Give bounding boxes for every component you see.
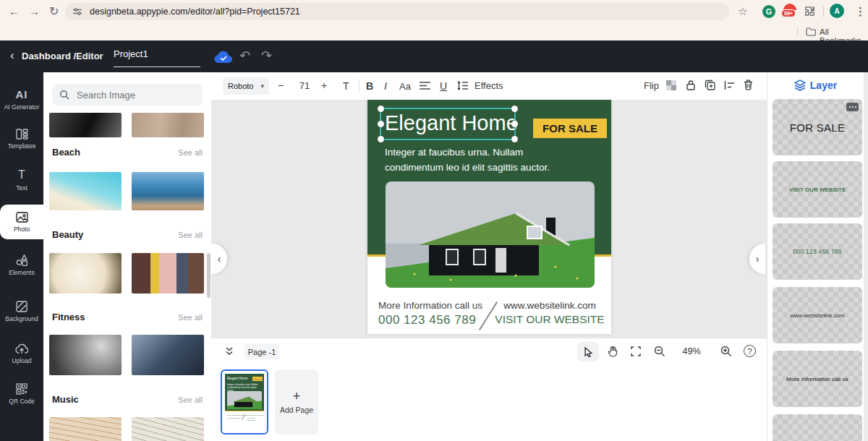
flyer-artboard[interactable]: Elegant Home FOR SALE Integer at faucibu…: [367, 100, 611, 334]
photo-thumb-beauty[interactable]: [132, 253, 204, 294]
effects-button[interactable]: Effects: [475, 80, 503, 91]
flyer-website-text[interactable]: www.websitelink.com: [496, 300, 603, 311]
extension-badge[interactable]: 99+: [781, 9, 796, 17]
font-size-decrease-button[interactable]: −: [278, 80, 284, 91]
see-all-fitness[interactable]: See all: [178, 313, 203, 322]
selection-handle[interactable]: [378, 106, 384, 112]
browser-menu-icon[interactable]: ⋮: [855, 5, 866, 18]
photo-thumb-music[interactable]: [49, 417, 122, 441]
page-label[interactable]: Page -1: [244, 344, 279, 359]
select-tool-button[interactable]: [577, 342, 599, 361]
pan-tool-button[interactable]: [608, 346, 618, 357]
flyer-body-text[interactable]: Integer at faucibus urna. Nullam condime…: [385, 145, 550, 175]
transparency-button[interactable]: [666, 80, 676, 90]
selection-box[interactable]: [380, 108, 516, 140]
position-button[interactable]: [724, 81, 734, 90]
font-size-increase-button[interactable]: +: [321, 80, 327, 91]
zoom-out-button[interactable]: [654, 346, 665, 357]
duplicate-button[interactable]: [705, 80, 715, 90]
bookmarks-bar: All Bookmarks: [0, 23, 868, 40]
flyer-for-sale-badge[interactable]: FOR SALE: [533, 119, 607, 138]
see-all-music[interactable]: See all: [178, 395, 203, 404]
zoom-level-value[interactable]: 49%: [678, 346, 705, 356]
font-size-value[interactable]: 71: [292, 80, 317, 91]
photo-thumb-fitness[interactable]: [132, 335, 204, 375]
sidebar-item-upload[interactable]: Upload: [0, 338, 43, 369]
project-name-input[interactable]: Project1: [114, 48, 200, 67]
sidebar-item-ai-generator[interactable]: AI AI Generator: [0, 81, 43, 117]
page-thumbnail-preview: Elegant Home FOR SALE Integer at faucibu…: [225, 374, 264, 430]
layer-item-info[interactable]: More Information call us: [773, 351, 862, 407]
lock-button[interactable]: [686, 80, 696, 90]
underline-button[interactable]: U: [440, 80, 447, 92]
redo-icon[interactable]: ↷: [261, 48, 272, 63]
browser-toolbar: ← → ↻ designbeta.appypie.com/editor/all?…: [0, 0, 868, 23]
selection-handle[interactable]: [511, 136, 518, 142]
line-spacing-button[interactable]: [457, 81, 468, 90]
layer-item-website[interactable]: www.websitelink.com: [773, 287, 862, 343]
selection-handle[interactable]: [378, 136, 384, 142]
sidebar-item-templates[interactable]: Templates: [0, 123, 43, 155]
page-thumbnail-1[interactable]: Elegant Home FOR SALE Integer at faucibu…: [221, 369, 268, 434]
italic-button[interactable]: I: [384, 80, 387, 92]
browser-reload-icon[interactable]: ↻: [49, 5, 59, 18]
layer-item-phone[interactable]: 000 123 456 789: [773, 223, 862, 280]
see-all-beauty[interactable]: See all: [178, 231, 203, 239]
selection-handle[interactable]: [511, 121, 518, 127]
zoom-in-button[interactable]: [720, 346, 732, 357]
photo-thumb-beauty[interactable]: [49, 253, 122, 294]
flyer-house-image[interactable]: [386, 181, 595, 288]
sidebar-item-text[interactable]: T Text: [0, 165, 43, 195]
extensions-puzzle-icon[interactable]: [804, 6, 815, 17]
photo-thumb-beach[interactable]: [132, 172, 204, 210]
design-canvas[interactable]: Elegant Home FOR SALE Integer at faucibu…: [211, 100, 767, 338]
flyer-phone-text[interactable]: 000 123 456 789: [378, 313, 476, 327]
sidebar-item-background[interactable]: Background: [0, 295, 43, 328]
browser-profile-avatar[interactable]: A: [830, 4, 844, 18]
text-case-button[interactable]: Aa: [399, 81, 411, 92]
flyer-info-label[interactable]: More Information call us: [378, 300, 482, 311]
collapse-pages-icon[interactable]: [224, 346, 234, 356]
layer-item-visit-website[interactable]: VISIT OUR WEBSITE: [773, 161, 862, 218]
flyer-cta-text[interactable]: VISIT OUR WEBSITE: [492, 313, 608, 326]
photo-thumb-beach[interactable]: [49, 172, 122, 210]
fullscreen-button[interactable]: [631, 346, 641, 356]
text-color-button[interactable]: T: [343, 80, 349, 92]
text-align-button[interactable]: [420, 81, 430, 90]
photo-thumb-fitness[interactable]: [49, 335, 122, 375]
site-info-icon[interactable]: [72, 7, 82, 17]
photo-thumb-music[interactable]: [132, 417, 204, 441]
search-image-input[interactable]: [75, 89, 187, 101]
address-bar[interactable]: designbeta.appypie.com/editor/all?pid=Pr…: [65, 3, 729, 20]
back-chevron-icon[interactable]: ‹: [10, 48, 14, 63]
layer-item-info-group[interactable]: More Information call us 000 123 456 789: [773, 414, 862, 441]
sidebar-item-photo[interactable]: Photo: [0, 205, 43, 239]
bold-button[interactable]: B: [366, 80, 373, 92]
add-icon: +: [293, 390, 301, 403]
grammarly-icon[interactable]: G: [762, 5, 775, 18]
browser-back-icon[interactable]: ←: [9, 5, 20, 18]
flip-button[interactable]: Flip: [644, 80, 659, 91]
chevron-down-icon: ▾: [260, 82, 264, 90]
layer-more-icon[interactable]: [846, 103, 859, 111]
photo-thumb[interactable]: [132, 113, 204, 137]
photo-thumb[interactable]: [49, 113, 122, 137]
layer-item-for-sale[interactable]: FOR SALE: [773, 99, 862, 155]
sidebar-item-qr-code[interactable]: QR Code: [0, 379, 43, 409]
see-all-beach[interactable]: See all: [178, 148, 203, 157]
delete-button[interactable]: [744, 80, 753, 90]
font-family-select[interactable]: Roboto ▾: [223, 77, 269, 95]
selection-handle[interactable]: [378, 121, 384, 127]
layer-panel-scrollbar[interactable]: [864, 72, 868, 441]
add-page-button[interactable]: + Add Page: [275, 369, 318, 434]
search-image-box[interactable]: [52, 84, 203, 106]
layer-panel-title: Layer: [767, 80, 864, 91]
panel-scrollbar[interactable]: [207, 253, 210, 298]
help-button[interactable]: ?: [744, 345, 756, 357]
undo-icon[interactable]: ↶: [239, 48, 250, 63]
browser-forward-icon[interactable]: →: [29, 5, 40, 18]
bookmark-star-icon[interactable]: ☆: [738, 5, 747, 18]
selection-handle[interactable]: [511, 106, 518, 112]
breadcrumb[interactable]: Dashboard /Editor: [22, 51, 103, 61]
sidebar-item-elements[interactable]: Elements: [0, 249, 43, 282]
